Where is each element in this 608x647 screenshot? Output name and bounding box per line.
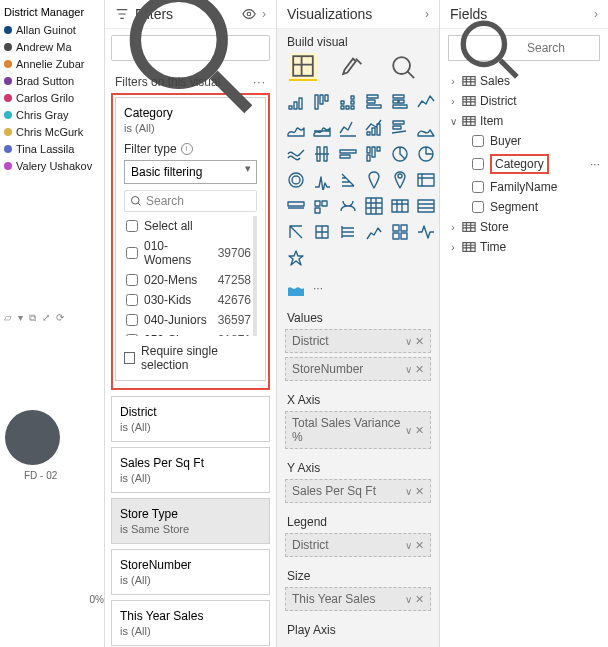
field-item[interactable]: FamilyName (448, 177, 600, 197)
checkbox[interactable] (472, 201, 484, 213)
viz-type-icon[interactable] (311, 195, 333, 217)
viz-type-icon[interactable] (285, 117, 307, 139)
more-icon[interactable]: ··· (313, 281, 323, 295)
caret-icon[interactable]: › (448, 242, 458, 253)
filter-card-category[interactable]: Category is (All) Filter type i Basic fi… (115, 97, 266, 381)
viz-type-icon[interactable] (415, 143, 437, 165)
viz-type-icon[interactable] (337, 169, 359, 191)
fields-search[interactable] (448, 35, 600, 61)
table-row[interactable]: ›District (448, 91, 600, 111)
caret-icon[interactable]: › (448, 76, 458, 87)
viz-type-icon[interactable] (311, 169, 333, 191)
viz-type-icon[interactable] (389, 117, 411, 139)
table-row[interactable]: ∨Item (448, 111, 600, 131)
checkbox[interactable] (126, 274, 138, 286)
viz-type-icon[interactable] (389, 91, 411, 113)
checkbox[interactable] (472, 181, 484, 193)
report-canvas[interactable]: District Manager Allan GuinotAndrew MaAn… (0, 0, 105, 647)
filter-option[interactable]: 050-Shoes21871 (124, 330, 253, 336)
remove-icon[interactable]: ✕ (415, 593, 424, 605)
field-well-item[interactable]: This Year Sales∨ ✕ (285, 587, 431, 611)
chevron-right-icon[interactable]: › (425, 7, 429, 21)
viz-type-icon[interactable] (415, 91, 437, 113)
viz-type-icon[interactable] (285, 195, 307, 217)
viz-type-icon[interactable] (285, 169, 307, 191)
filter-card[interactable]: StoreNumberis (All) (111, 549, 270, 595)
viz-type-icon[interactable] (389, 195, 411, 217)
legend-item[interactable]: Annelie Zubar (4, 58, 100, 70)
caret-icon[interactable]: ∨ (448, 116, 458, 127)
viz-type-icon[interactable] (337, 221, 359, 243)
viz-type-icon[interactable] (389, 169, 411, 191)
viz-type-icon[interactable] (389, 143, 411, 165)
analytics-tab[interactable] (389, 53, 417, 81)
legend-item[interactable]: Brad Sutton (4, 75, 100, 87)
remove-icon[interactable]: ✕ (415, 335, 424, 347)
viz-type-icon[interactable] (415, 195, 437, 217)
build-visual-tab[interactable] (289, 53, 317, 81)
filter-card[interactable]: Sales Per Sq Ftis (All) (111, 447, 270, 493)
legend-item[interactable]: Allan Guinot (4, 24, 100, 36)
viz-type-icon[interactable] (363, 195, 385, 217)
viz-type-icon[interactable] (363, 117, 385, 139)
filter-option[interactable]: Select all (124, 216, 253, 236)
viz-type-icon[interactable] (311, 221, 333, 243)
fields-tree[interactable]: ›Sales›District∨ItemBuyerCategory···Fami… (440, 67, 608, 261)
info-icon[interactable]: i (181, 143, 193, 155)
filter-values-search[interactable]: Search (124, 190, 257, 212)
chevron-right-icon[interactable]: › (594, 7, 598, 21)
caret-icon[interactable]: › (448, 96, 458, 107)
field-item[interactable]: Buyer (448, 131, 600, 151)
viz-type-icon[interactable] (285, 221, 307, 243)
remove-icon[interactable]: ✕ (415, 363, 424, 375)
viz-type-icon[interactable] (415, 117, 437, 139)
filter-card[interactable]: Districtis (All) (111, 396, 270, 442)
legend-item[interactable]: Chris McGurk (4, 126, 100, 138)
caret-icon[interactable]: › (448, 222, 458, 233)
table-row[interactable]: ›Store (448, 217, 600, 237)
viz-type-icon[interactable] (363, 91, 385, 113)
checkbox-icon[interactable] (124, 352, 135, 364)
field-well-item[interactable]: Total Sales Variance %∨ ✕ (285, 411, 431, 449)
legend-item[interactable]: Valery Ushakov (4, 160, 100, 172)
viz-type-icon[interactable] (337, 143, 359, 165)
field-well-item[interactable]: District∨ ✕ (285, 533, 431, 557)
viz-type-icon[interactable] (285, 91, 307, 113)
viz-type-icon[interactable] (363, 143, 385, 165)
field-item[interactable]: Segment (448, 197, 600, 217)
filter-options-list[interactable]: Select all010-Womens39706020-Mens4725803… (124, 216, 257, 336)
viz-type-icon[interactable] (363, 221, 385, 243)
checkbox[interactable] (126, 220, 138, 232)
filter-option[interactable]: 010-Womens39706 (124, 236, 253, 270)
filter-card[interactable]: Store Typeis Same Store (111, 498, 270, 544)
require-single-selection[interactable]: Require single selection (124, 344, 257, 372)
viz-type-icon[interactable] (285, 247, 307, 269)
field-well-item[interactable]: District∨ ✕ (285, 329, 431, 353)
checkbox[interactable] (126, 247, 138, 259)
legend-item[interactable]: Carlos Grilo (4, 92, 100, 104)
field-well-item[interactable]: Sales Per Sq Ft∨ ✕ (285, 479, 431, 503)
viz-type-icon[interactable] (389, 221, 411, 243)
filter-option[interactable]: 040-Juniors36597 (124, 310, 253, 330)
checkbox[interactable] (126, 334, 138, 336)
viz-type-icon[interactable] (311, 143, 333, 165)
table-row[interactable]: ›Time (448, 237, 600, 257)
remove-icon[interactable]: ✕ (415, 485, 424, 497)
legend-item[interactable]: Tina Lassila (4, 143, 100, 155)
viz-type-icon[interactable] (311, 117, 333, 139)
chart-bubble[interactable] (5, 410, 60, 465)
viz-type-icon[interactable] (415, 221, 437, 243)
viz-type-icon[interactable] (415, 169, 437, 191)
filter-option[interactable]: 020-Mens47258 (124, 270, 253, 290)
viz-type-icon[interactable] (285, 277, 307, 299)
viz-type-icon[interactable] (311, 91, 333, 113)
viz-type-icon[interactable] (337, 195, 359, 217)
legend-item[interactable]: Andrew Ma (4, 41, 100, 53)
legend-item[interactable]: Chris Gray (4, 109, 100, 121)
viz-type-icon[interactable] (363, 169, 385, 191)
filter-option[interactable]: 030-Kids42676 (124, 290, 253, 310)
filters-search[interactable] (111, 35, 270, 61)
viz-type-icon[interactable] (285, 143, 307, 165)
viz-type-icon[interactable] (337, 117, 359, 139)
filter-type-select[interactable]: Basic filtering (124, 160, 257, 184)
